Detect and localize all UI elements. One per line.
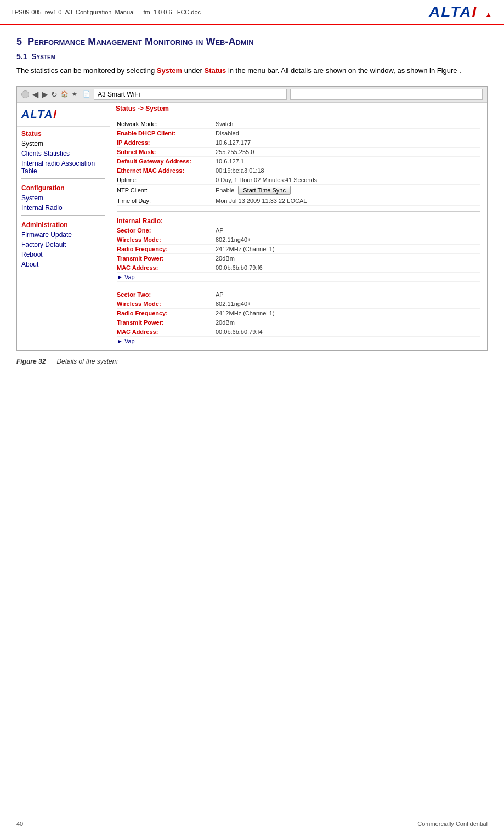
vap-expand-icon-1[interactable]: ► Vap [117,274,135,280]
figure-caption: Figure 32 Details of the system [16,358,488,365]
star-icon[interactable]: ★ [72,90,77,98]
home-icon[interactable]: 🏠 [61,90,69,98]
label-s1-mac: MAC Address: [117,264,216,271]
label-s1-power: Transmit Power: [117,255,216,262]
sidebar-item-about[interactable]: About [17,259,110,269]
sidebar-section-status: Status [17,127,110,139]
label-s2-freq: Radio Frequency: [117,310,216,316]
value-s1-mac: 00:0b:6b:b0:79:f6 [216,264,263,271]
value-dhcp: Disabled [216,130,239,137]
sidebar-item-firmware-update[interactable]: Firmware Update [17,230,110,240]
intro-text-before: The statistics can be monitored by selec… [16,66,157,75]
sidebar-item-system[interactable]: System [17,139,110,149]
label-s2-wireless: Wireless Mode: [117,301,216,307]
ntp-enable-label: Enable [216,187,234,194]
status-row-s2-wireless: Wireless Mode: 802.11ng40+ [117,299,480,309]
search-bar[interactable] [290,89,483,100]
sidebar-section-configuration: Configuration [17,181,110,193]
status-row-s1-freq: Radio Frequency: 2412MHz (Channel 1) [117,245,480,254]
value-s2-mac: 00:0b:6b:b0:79:f4 [216,329,263,335]
status-row-time: Time of Day: Mon Jul 13 2009 11:33:22 LO… [117,196,480,206]
value-sector-one: AP [216,227,224,234]
value-sector-two: AP [216,291,224,298]
status-row-s1-power: Transmit Power: 20dBm [117,254,480,263]
status-row-s2-freq: Radio Frequency: 2412MHz (Channel 1) [117,309,480,318]
value-s2-freq: 2412MHz (Channel 1) [216,310,275,316]
status-row-ntp: NTP Client: Enable Start Time Sync [117,185,480,196]
main-body: Network Mode: Switch Enable DHCP Client:… [110,115,487,350]
status-row-s2-mac: MAC Address: 00:0b:6b:b0:79:f4 [117,327,480,337]
figure-tab-space [48,358,55,365]
intro-paragraph: The statistics can be monitored by selec… [16,65,488,76]
sidebar-item-factory-default[interactable]: Factory Default [17,240,110,250]
value-s2-wireless: 802.11ng40+ [216,301,251,307]
status-link-text: Status [205,66,226,75]
label-subnet: Subnet Mask: [117,149,216,155]
section-title: System [31,52,55,61]
label-network-mode: Network Mode: [117,121,216,127]
footer-confidential: Commercially Confidential [417,820,488,827]
sidebar-item-config-system[interactable]: System [17,193,110,203]
status-section: Network Mode: Switch Enable DHCP Client:… [117,120,480,206]
internal-radio-title: Internal Radio: [117,215,480,226]
label-s2-mac: MAC Address: [117,329,216,335]
status-row-uptime: Uptime: 0 Day, 1 Hour:02 Minutes:41 Seco… [117,175,480,185]
status-row-subnet: Subnet Mask: 255.255.255.0 [117,148,480,157]
label-ip: IP Address: [117,139,216,146]
sidebar-section-administration: Administration [17,218,110,230]
sidebar-divider-2 [21,215,105,216]
sidebar-divider-1 [21,178,105,179]
browser-forward-button[interactable]: ▶ [42,90,48,99]
status-row-s1-wireless: Wireless Mode: 802.11ng40+ [117,235,480,245]
value-time: Mon Jul 13 2009 11:33:22 LOCAL [216,197,307,204]
value-uptime: 0 Day, 1 Hour:02 Minutes:41 Seconds [216,177,317,183]
reload-icon[interactable]: ↻ [51,90,58,99]
intro-text-after: in the menu bar. All details are shown o… [226,66,461,75]
value-s2-power: 20dBm [216,319,235,326]
value-network-mode: Switch [216,121,233,127]
breadcrumb: Status -> System [110,103,487,115]
status-row-s1-vap[interactable]: ► Vap [117,273,480,282]
status-row-dhcp: Enable DHCP Client: Disabled [117,129,480,138]
ntp-value-area: Enable Start Time Sync [216,186,291,195]
section-number: 5.1 [16,52,27,61]
status-row-sector-two-title: Sector Two: AP [117,290,480,299]
label-ntp: NTP Client: [117,187,216,194]
status-row-mac-eth: Ethernet MAC Address: 00:19:be:a3:01:18 [117,166,480,175]
webapp-layout: ALTAI Status System Clients Statistics I… [17,103,487,350]
sidebar-item-internal-radio[interactable]: Internal Radio [17,203,110,213]
browser-back-icon [21,90,29,98]
status-row-s1-mac: MAC Address: 00:0b:6b:b0:79:f6 [117,263,480,273]
status-row-ip: IP Address: 10.6.127.177 [117,138,480,148]
label-s2-power: Transmit Power: [117,319,216,326]
system-link-text: System [157,66,182,75]
chapter-number: 5 [16,36,22,47]
page-content: 5 Performance Management Monitoring in W… [0,25,504,376]
label-dhcp: Enable DHCP Client: [117,130,216,137]
label-uptime: Uptime: [117,177,216,183]
sidebar-item-internal-radio-assoc[interactable]: Internal radio Association Table [17,158,110,176]
value-subnet: 255.255.255.0 [216,149,254,155]
sidebar-item-reboot[interactable]: Reboot [17,250,110,259]
browser-window: ◀ ▶ ↻ 🏠 ★ 📄 ALTAI [16,86,488,351]
main-area: Status -> System Network Mode: Switch En… [110,103,487,350]
label-sector-two: Sector Two: [117,291,216,298]
section-heading: 5.1 System [16,52,488,61]
browser-back-button[interactable]: ◀ [32,90,38,99]
label-sector-one: Sector One: [117,227,216,234]
sidebar-item-clients-statistics[interactable]: Clients Statistics [17,149,110,158]
chapter-title: Performance Management Monitoring in Web… [27,36,254,47]
status-row-s2-vap[interactable]: ► Vap [117,337,480,346]
sidebar-altai-logo: ALTAI [21,108,105,121]
value-s1-wireless: 802.11ng40+ [216,236,251,243]
address-bar[interactable] [94,89,287,100]
vap-expand-icon-2[interactable]: ► Vap [117,338,135,344]
figure-label: Figure 32 [16,358,46,365]
document-filename: TPS09-005_rev1 0_A3_Configuration_Manual… [11,9,201,15]
label-s1-freq: Radio Frequency: [117,246,216,252]
browser-toolbar: ◀ ▶ ↻ 🏠 ★ 📄 [17,87,487,103]
page-footer: 40 Commercially Confidential [0,818,504,827]
start-time-sync-button[interactable]: Start Time Sync [238,186,291,195]
value-gateway: 10.6.127.1 [216,158,244,165]
value-ip: 10.6.127.177 [216,139,251,146]
